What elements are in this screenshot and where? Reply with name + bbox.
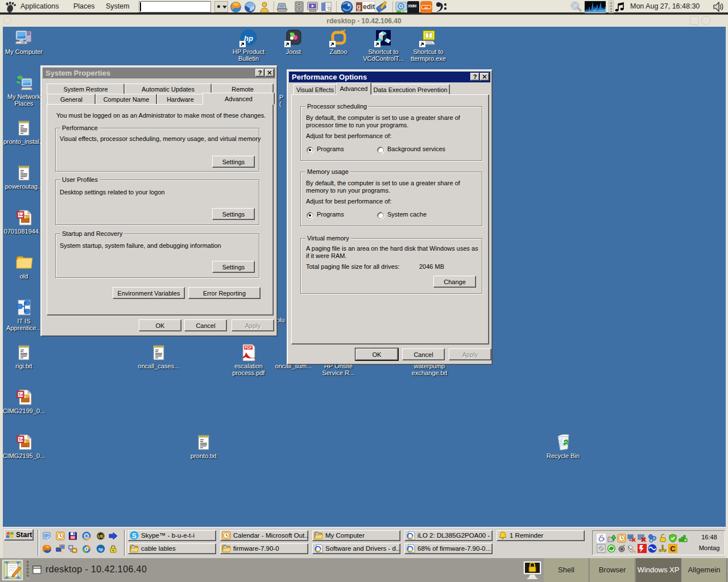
- svg-text:C: C: [670, 544, 676, 553]
